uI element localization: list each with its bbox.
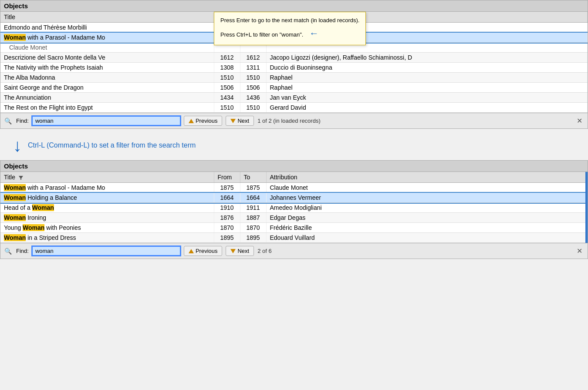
tooltip-line2: Press Ctrl+L to filter on "woman". — [220, 31, 303, 38]
arrow-up-icon-1 — [189, 119, 194, 123]
find-magnifier-icon: 🔍 — [4, 117, 12, 125]
arrow-down-icon-1 — [230, 119, 236, 123]
attribution-cell: Duccio di Buoninsegna — [266, 63, 588, 73]
find-input-2[interactable] — [32, 246, 180, 256]
scroll-indicator-2[interactable] — [585, 172, 588, 243]
to-cell: 1664 — [240, 193, 266, 203]
attribution-cell: Amedeo Modigliani — [266, 203, 588, 213]
find-magnifier-icon-2: 🔍 — [4, 247, 12, 255]
next-button-1[interactable]: Next — [226, 116, 254, 126]
panel-2-table-wrapper: Title From To Attribution Woman with a P… — [0, 172, 588, 243]
arrow-annotation: ↓ Ctrl-L (Command-L) to set a filter fro… — [13, 137, 196, 154]
attribution-cell: Edouard Vuillard — [266, 233, 588, 243]
title-cell: Saint George and the Dragon — [0, 83, 214, 93]
to-cell: 1870 — [240, 223, 266, 233]
title-cell: Woman with a Parasol - Madame Mo — [0, 33, 214, 43]
to-cell: 1875 — [240, 183, 266, 193]
middle-annotation-section: ↓ Ctrl-L (Command-L) to set a filter fro… — [0, 129, 588, 160]
find-close-button-1[interactable]: ✕ — [575, 117, 584, 125]
title-cell: Young Woman with Peonies — [0, 223, 214, 233]
to-cell: 1506 — [240, 83, 266, 93]
to-cell: 1895 — [240, 233, 266, 243]
col-header-title: Title — [0, 12, 214, 23]
to-cell: 1887 — [240, 213, 266, 223]
table-row[interactable]: The Nativity with the Prophets Isaiah 13… — [0, 63, 588, 73]
attribution-cell: Gerard David — [266, 103, 588, 113]
search-tooltip: Press Enter to go to the next match (in … — [214, 12, 366, 45]
title-cell: Descrizione del Sacro Monte della Ve — [0, 53, 214, 63]
highlight-word: Woman — [32, 204, 54, 211]
from-cell: 1434 — [214, 93, 240, 103]
find-count-1: 1 of 2 (in loaded records) — [257, 118, 321, 124]
highlight-word: Woman — [23, 224, 44, 231]
from-cell: 1510 — [214, 73, 240, 83]
from-cell: 1876 — [214, 213, 240, 223]
attribution-cell: Jacopo Ligozzi (designer), Raffaello Sch… — [266, 53, 588, 63]
table-row[interactable]: The Rest on the Flight into Egypt 1510 1… — [0, 103, 588, 113]
table-row[interactable]: Head of a Woman 1910 1911 Amedeo Modigli… — [0, 203, 588, 213]
highlight-word: Woman — [4, 194, 26, 201]
to-cell: 1510 — [240, 73, 266, 83]
find-count-2: 2 of 6 — [257, 248, 272, 254]
table-row[interactable]: Woman Ironing 1876 1887 Edgar Degas — [0, 213, 588, 223]
next-label-1: Next — [237, 118, 249, 124]
find-input-1[interactable] — [32, 116, 180, 125]
title-cell: Head of a Woman — [0, 203, 214, 213]
attribution-cell: Frédéric Bazille — [266, 223, 588, 233]
table-row[interactable]: The Annunciation 1434 1436 Jan van Eyck — [0, 93, 588, 103]
next-button-2[interactable]: Next — [226, 246, 254, 256]
attribution-cell: Raphael — [266, 73, 588, 83]
col-header-title-2: Title — [0, 172, 214, 183]
highlight-word: Woman — [4, 184, 26, 191]
panel-2-findbar: 🔍 Find: Previous Next 2 of 6 ✕ — [0, 243, 588, 259]
previous-button-2[interactable]: Previous — [184, 246, 223, 256]
table-row[interactable]: Young Woman with Peonies 1870 1870 Frédé… — [0, 223, 588, 233]
find-label-1: Find: — [16, 118, 29, 124]
from-cell: 1870 — [214, 223, 240, 233]
from-cell: 1506 — [214, 83, 240, 93]
title-cell: Edmondo and Thérèse Morbilli — [0, 23, 214, 33]
to-cell: 1311 — [240, 63, 266, 73]
table-row[interactable]: Saint George and the Dragon 1506 1506 Ra… — [0, 83, 588, 93]
table-row[interactable]: The Alba Madonna 1510 1510 Raphael — [0, 73, 588, 83]
col-header-attribution-2: Attribution — [266, 172, 588, 183]
previous-label-1: Previous — [196, 118, 218, 124]
from-cell: 1612 — [214, 53, 240, 63]
title-cell: Woman with a Parasol - Madame Mo — [0, 183, 214, 193]
table-row[interactable]: Woman in a Striped Dress 1895 1895 Edoua… — [0, 233, 588, 243]
title-cell: The Alba Madonna — [0, 73, 214, 83]
col-header-to-2: To — [240, 172, 266, 183]
app-wrapper: Objects Title From To Attribution Edmond… — [0, 0, 588, 259]
title-cell: The Nativity with the Prophets Isaiah — [0, 63, 214, 73]
highlight-word: Woman — [4, 34, 26, 41]
panel-1: Objects Title From To Attribution Edmond… — [0, 0, 588, 129]
big-down-arrow-icon: ↓ — [13, 137, 22, 154]
from-cell: 1664 — [214, 193, 240, 203]
from-cell: 1910 — [214, 203, 240, 213]
arrow-up-icon-2 — [189, 249, 194, 253]
attribution-cell: Jan van Eyck — [266, 93, 588, 103]
previous-button-1[interactable]: Previous — [184, 116, 223, 126]
title-cell: The Rest on the Flight into Egypt — [0, 103, 214, 113]
filter-icon — [18, 175, 24, 180]
table-row[interactable]: Woman Holding a Balance 1664 1664 Johann… — [0, 193, 588, 203]
previous-label-2: Previous — [196, 248, 218, 254]
title-cell: The Annunciation — [0, 93, 214, 103]
highlight-word: Woman — [4, 234, 26, 241]
find-close-button-2[interactable]: ✕ — [575, 247, 584, 255]
table-row[interactable]: Descrizione del Sacro Monte della Ve 161… — [0, 53, 588, 63]
panel-1-findbar: 🔍 Find: Previous Next 1 of 2 (in loaded … — [0, 113, 588, 128]
arrow-down-icon-2 — [230, 249, 236, 253]
attribution-cell: Raphael — [266, 83, 588, 93]
annotation-text: Ctrl-L (Command-L) to set a filter from … — [28, 141, 196, 149]
from-cell: 1510 — [214, 103, 240, 113]
highlight-word: Woman — [4, 214, 26, 221]
find-label-2: Find: — [16, 248, 29, 254]
to-cell: 1612 — [240, 53, 266, 63]
from-cell: 1895 — [214, 233, 240, 243]
tooltip-arrow-icon: ← — [309, 28, 319, 39]
panel-1-table-wrapper: Title From To Attribution Edmondo and Th… — [0, 12, 588, 113]
title-cell: Woman Holding a Balance — [0, 193, 214, 203]
from-cell: 1875 — [214, 183, 240, 193]
table-row[interactable]: Woman with a Parasol - Madame Mo 1875 18… — [0, 183, 588, 193]
